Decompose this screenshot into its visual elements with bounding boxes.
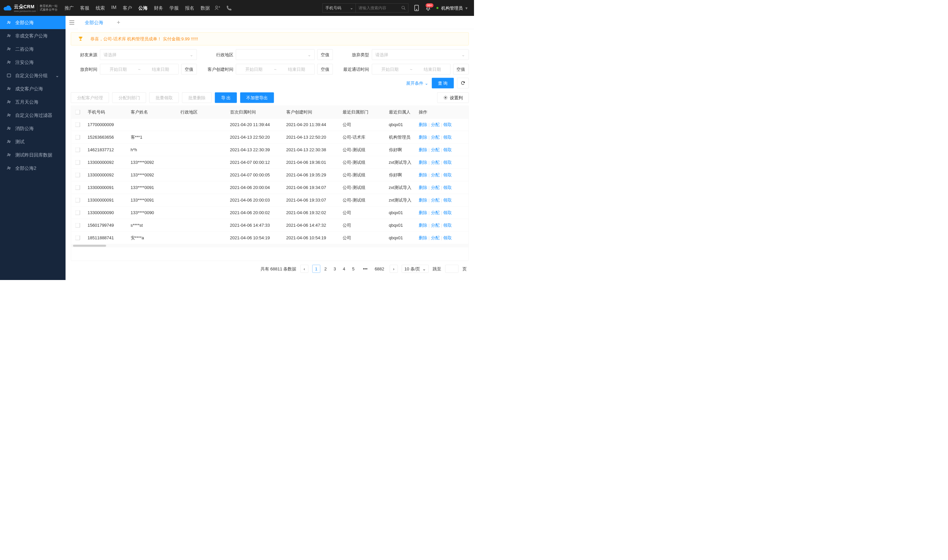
row-checkbox[interactable]	[75, 147, 80, 152]
last-call-time-range[interactable]: 开始日期~结束日期	[372, 64, 451, 74]
add-user-icon[interactable]	[214, 5, 220, 11]
row-assign-link[interactable]: 分配	[431, 197, 440, 203]
abandon-type-select[interactable]: 请选择⌄	[372, 49, 469, 60]
nav-item-IM[interactable]: IM	[111, 4, 117, 12]
row-claim-link[interactable]: 领取	[443, 185, 452, 191]
row-claim-link[interactable]: 领取	[443, 122, 452, 128]
null-value-button[interactable]: 空值	[182, 64, 197, 74]
sidebar-item-测试[interactable]: 测试	[0, 135, 66, 148]
nav-item-客户[interactable]: 客户	[122, 4, 133, 12]
batch-claim-button[interactable]: 批量领取	[149, 92, 179, 103]
sidebar-item-五月天公海[interactable]: 五月天公海	[0, 95, 66, 109]
row-delete-link[interactable]: 删除	[419, 172, 427, 178]
row-checkbox[interactable]	[75, 223, 80, 228]
nav-item-公海[interactable]: 公海	[138, 4, 148, 12]
row-checkbox[interactable]	[75, 235, 80, 240]
row-checkbox[interactable]	[75, 122, 80, 127]
row-delete-link[interactable]: 删除	[419, 222, 427, 228]
search-input[interactable]	[356, 4, 399, 12]
page-3[interactable]: 3	[331, 265, 339, 273]
row-assign-link[interactable]: 分配	[431, 172, 440, 178]
row-checkbox[interactable]	[75, 185, 80, 190]
select-all-checkbox[interactable]	[75, 109, 80, 114]
horizontal-scrollbar[interactable]	[71, 244, 469, 248]
nav-item-客服[interactable]: 客服	[80, 4, 90, 12]
page-4[interactable]: 4	[340, 265, 348, 273]
expand-filters-link[interactable]: 展开条件 ⌄	[406, 80, 428, 86]
sidebar-item-二咨公海[interactable]: 二咨公海	[0, 42, 66, 55]
sidebar-item-自定义公海分组[interactable]: 自定义公海分组⌄	[0, 69, 66, 82]
row-assign-link[interactable]: 分配	[431, 210, 440, 216]
last-page-button[interactable]: 6882	[373, 265, 386, 273]
null-value-button[interactable]: 空值	[453, 64, 469, 74]
row-assign-link[interactable]: 分配	[431, 222, 440, 228]
tablet-icon[interactable]	[413, 5, 420, 11]
page-5[interactable]: 5	[349, 265, 357, 273]
sidebar-item-自定义公海过滤器[interactable]: 自定义公海过滤器	[0, 109, 66, 122]
phone-icon[interactable]	[226, 5, 232, 11]
page-size-select[interactable]: 10 条/页⌄	[402, 265, 429, 273]
logo[interactable]: 云朵CRM www.yunduocrm.com 教育机构一站式服务云平台	[3, 4, 58, 12]
export-plain-button[interactable]: 不加密导出	[240, 92, 274, 103]
nav-item-财务[interactable]: 财务	[153, 4, 164, 12]
friend-source-select[interactable]: 请选择⌄	[100, 49, 197, 60]
refresh-button[interactable]	[457, 78, 469, 88]
row-assign-link[interactable]: 分配	[431, 235, 440, 241]
row-assign-link[interactable]: 分配	[431, 185, 440, 191]
row-delete-link[interactable]: 删除	[419, 235, 427, 241]
search-button[interactable]	[399, 3, 408, 12]
sidebar-item-成交客户公海[interactable]: 成交客户公海	[0, 82, 66, 95]
row-delete-link[interactable]: 删除	[419, 197, 427, 203]
row-assign-link[interactable]: 分配	[431, 122, 440, 128]
abandon-time-range[interactable]: 开始日期~结束日期	[100, 64, 179, 74]
notification-icon[interactable]: 99+	[425, 5, 432, 11]
tab-all-sea[interactable]: 全部公海	[78, 16, 110, 29]
sidebar-item-消防公海[interactable]: 消防公海	[0, 122, 66, 135]
row-claim-link[interactable]: 领取	[443, 147, 452, 153]
row-delete-link[interactable]: 删除	[419, 160, 427, 166]
page-2[interactable]: 2	[322, 265, 329, 273]
settings-columns-button[interactable]: 设置列	[437, 92, 469, 103]
sidebar-item-测试昨日回库数据[interactable]: 测试昨日回库数据	[0, 148, 66, 162]
row-checkbox[interactable]	[75, 210, 80, 215]
row-delete-link[interactable]: 删除	[419, 134, 427, 140]
row-assign-link[interactable]: 分配	[431, 147, 440, 153]
sidebar-item-注安公海[interactable]: 注安公海	[0, 55, 66, 69]
row-claim-link[interactable]: 领取	[443, 160, 452, 166]
row-delete-link[interactable]: 删除	[419, 185, 427, 191]
nav-item-推广[interactable]: 推广	[64, 4, 74, 12]
assign-manager-button[interactable]: 分配客户经理	[71, 92, 109, 103]
row-claim-link[interactable]: 领取	[443, 210, 452, 216]
row-assign-link[interactable]: 分配	[431, 160, 440, 166]
nav-item-线索[interactable]: 线索	[95, 4, 106, 12]
sidebar-item-全部公海2[interactable]: 全部公海2	[0, 162, 66, 175]
nav-item-报名[interactable]: 报名	[185, 4, 195, 12]
page-1[interactable]: 1	[312, 265, 320, 273]
nav-item-学服[interactable]: 学服	[169, 4, 179, 12]
row-delete-link[interactable]: 删除	[419, 122, 427, 128]
customer-create-time-range[interactable]: 开始日期~结束日期	[236, 64, 315, 74]
tab-add-button[interactable]: +	[115, 19, 122, 26]
search-type-select[interactable]: 手机号码 ⌄	[323, 4, 356, 12]
export-button[interactable]: 导 出	[215, 92, 237, 103]
row-checkbox[interactable]	[75, 198, 80, 202]
batch-delete-button[interactable]: 批量删除	[182, 92, 211, 103]
next-page-button[interactable]: ›	[389, 265, 397, 273]
list-icon[interactable]	[68, 19, 75, 26]
row-claim-link[interactable]: 领取	[443, 235, 452, 241]
null-value-button[interactable]: 空值	[317, 49, 332, 60]
row-claim-link[interactable]: 领取	[443, 134, 452, 140]
jump-page-input[interactable]	[445, 265, 459, 273]
row-checkbox[interactable]	[75, 135, 80, 139]
row-claim-link[interactable]: 领取	[443, 197, 452, 203]
row-claim-link[interactable]: 领取	[443, 172, 452, 178]
user-menu[interactable]: 机构管理员 ▾	[437, 5, 468, 11]
row-delete-link[interactable]: 删除	[419, 210, 427, 216]
sidebar-item-全部公海[interactable]: 全部公海	[0, 16, 66, 29]
query-button[interactable]: 查 询	[432, 78, 454, 88]
row-checkbox[interactable]	[75, 160, 80, 165]
row-delete-link[interactable]: 删除	[419, 147, 427, 153]
admin-region-select[interactable]: ⌄	[236, 49, 315, 60]
row-assign-link[interactable]: 分配	[431, 134, 440, 140]
null-value-button[interactable]: 空值	[317, 64, 332, 74]
